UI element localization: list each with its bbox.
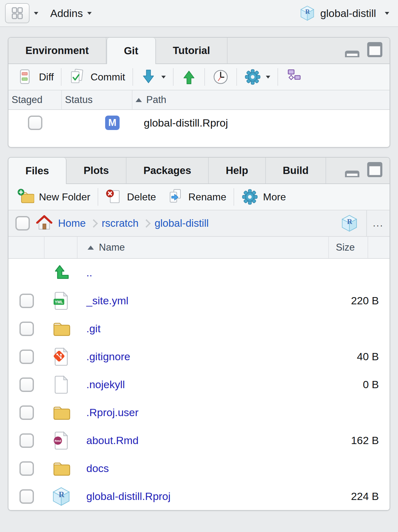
tab-git[interactable]: Git xyxy=(106,38,156,64)
history-clock-icon xyxy=(212,68,229,85)
new-folder-label: New Folder xyxy=(39,191,90,203)
svg-text:R: R xyxy=(58,490,64,498)
git-more-button[interactable] xyxy=(241,67,273,87)
file-size: 162 B xyxy=(329,434,381,447)
icon-column-header xyxy=(45,237,78,258)
file-link[interactable]: .nojekyll xyxy=(86,378,125,390)
git-row-path: global-distill.Rproj xyxy=(132,117,390,129)
rproject-icon: R xyxy=(341,214,358,232)
diff-icon xyxy=(17,68,34,85)
maximize-pane-icon[interactable] xyxy=(366,161,383,178)
file-checkbox[interactable] xyxy=(19,489,34,504)
dropdown-caret-icon xyxy=(266,76,270,79)
file-link[interactable]: .. xyxy=(86,267,92,279)
minimize-pane-icon[interactable] xyxy=(344,165,361,178)
delete-button[interactable]: Delete xyxy=(102,187,159,207)
file-link[interactable]: docs xyxy=(86,462,109,474)
toolbar-divider xyxy=(132,68,133,86)
pull-arrow-icon xyxy=(140,68,157,86)
tab-environment[interactable]: Environment xyxy=(8,38,106,63)
tab-help[interactable]: Help xyxy=(209,158,266,183)
branch-diagram-button[interactable] xyxy=(282,67,305,87)
tab-label: Build xyxy=(283,165,309,176)
file-link[interactable]: about.Rmd xyxy=(86,434,138,446)
breadcrumb-overflow-button[interactable]: ... xyxy=(366,210,390,236)
file-link[interactable]: .Rproj.user xyxy=(86,406,138,418)
tab-files[interactable]: Files xyxy=(8,158,67,184)
toolbar-divider xyxy=(98,188,98,206)
folder-icon xyxy=(51,459,71,478)
size-column-header[interactable]: Size xyxy=(329,237,368,258)
toolbar-divider xyxy=(61,68,62,86)
yml-file-icon: YML xyxy=(51,291,71,311)
name-column-header[interactable]: Name xyxy=(78,237,329,258)
diff-button[interactable]: Diff xyxy=(14,67,57,87)
file-row[interactable]: Rmd about.Rmd 162 B xyxy=(8,426,390,454)
rename-button[interactable]: Rename xyxy=(164,187,229,207)
file-size: 224 B xyxy=(329,490,381,502)
file-link[interactable]: .gitignore xyxy=(86,350,130,362)
file-row[interactable]: R global-distill.Rproj 224 B xyxy=(8,482,390,510)
maximize-pane-icon[interactable] xyxy=(366,41,383,58)
file-checkbox[interactable] xyxy=(19,350,34,364)
file-checkbox[interactable] xyxy=(19,433,34,448)
file-checkbox[interactable] xyxy=(19,461,34,476)
tab-label: Help xyxy=(226,165,248,176)
path-column-header[interactable]: Path xyxy=(132,90,390,109)
status-column-header[interactable]: Status xyxy=(62,90,132,109)
pull-button[interactable] xyxy=(137,67,169,87)
minimize-pane-icon[interactable] xyxy=(344,45,361,58)
toolbar-divider xyxy=(173,68,174,86)
home-icon[interactable] xyxy=(35,214,54,233)
git-toolbar: Diff Commit xyxy=(8,64,390,90)
pane-layout-button[interactable] xyxy=(0,3,38,23)
staged-checkbox[interactable] xyxy=(28,116,42,130)
breadcrumb-home[interactable]: Home xyxy=(58,217,86,229)
push-button[interactable] xyxy=(178,67,200,87)
history-button[interactable] xyxy=(209,67,232,87)
git-row[interactable]: M global-distill.Rproj xyxy=(8,110,390,136)
tab-tutorial[interactable]: Tutorial xyxy=(156,38,228,63)
file-checkbox[interactable] xyxy=(19,294,34,308)
file-link[interactable]: _site.yml xyxy=(86,295,128,307)
file-checkbox[interactable] xyxy=(19,377,34,392)
file-checkbox[interactable] xyxy=(19,405,34,420)
new-folder-icon xyxy=(17,188,34,205)
tab-label: Environment xyxy=(25,45,89,57)
delete-label: Delete xyxy=(127,191,156,203)
commit-button[interactable]: Commit xyxy=(66,67,128,87)
tab-build[interactable]: Build xyxy=(266,158,326,183)
up-dir-icon xyxy=(51,263,71,283)
file-row[interactable]: .. xyxy=(8,259,390,287)
file-row[interactable]: .nojekyll 0 B xyxy=(8,371,390,399)
rproject-icon: R xyxy=(299,5,315,21)
pane-grid-icon xyxy=(10,6,24,20)
select-all-checkbox[interactable] xyxy=(15,216,30,231)
file-row[interactable]: .gitignore 40 B xyxy=(8,343,390,371)
staged-column-header[interactable]: Staged xyxy=(8,90,62,109)
project-menu[interactable]: R global-distill xyxy=(299,5,398,21)
tab-plots[interactable]: Plots xyxy=(67,158,126,183)
addins-menu[interactable]: Addins xyxy=(50,7,92,19)
tab-label: Git xyxy=(124,45,138,57)
file-link[interactable]: .git xyxy=(86,323,100,334)
breadcrumb-rscratch[interactable]: rscratch xyxy=(102,217,138,229)
gear-icon xyxy=(241,188,258,205)
file-size: 0 B xyxy=(329,378,381,391)
file-row[interactable]: .git xyxy=(8,315,390,343)
new-folder-button[interactable]: New Folder xyxy=(14,187,94,207)
breadcrumb-global-distill[interactable]: global-distill xyxy=(154,217,208,229)
file-row[interactable]: .Rproj.user xyxy=(8,399,390,426)
dropdown-caret-icon xyxy=(87,12,92,15)
svg-text:YML: YML xyxy=(55,300,63,304)
file-row[interactable]: YML _site.yml 220 B xyxy=(8,287,390,315)
diff-label: Diff xyxy=(39,71,54,83)
file-link[interactable]: global-distill.Rproj xyxy=(86,490,170,502)
more-button[interactable]: More xyxy=(238,187,289,207)
tab-packages[interactable]: Packages xyxy=(126,158,209,183)
tab-label: Plots xyxy=(83,165,109,176)
git-pane: EnvironmentGitTutorial Diff Commit xyxy=(8,37,390,148)
file-row[interactable]: docs xyxy=(8,454,390,482)
file-list: .. YML _site.yml 220 B .git .gitignore 4… xyxy=(8,259,390,510)
file-checkbox[interactable] xyxy=(19,322,34,336)
